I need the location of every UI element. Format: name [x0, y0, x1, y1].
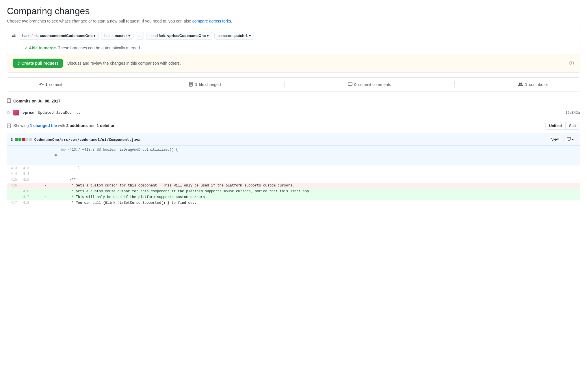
- able-to-merge-label: Able to merge.: [29, 46, 57, 50]
- diff-square-add-1: [15, 138, 18, 141]
- expand-icon: ▾: [572, 137, 574, 141]
- diff-view-toggle: Unified Split: [545, 122, 580, 130]
- file-diff: 3 CodenameOne/src/com/codename1/ui/Compo…: [7, 133, 580, 206]
- svg-rect-17: [567, 137, 571, 140]
- unified-view-button[interactable]: Unified: [546, 122, 566, 129]
- diff-table: ⊞ @@ -413,7 +413,8 @@ boolean isDragAndD…: [7, 146, 580, 206]
- display-mode-button[interactable]: ▾: [564, 136, 576, 143]
- contributor-icon: [518, 82, 523, 87]
- comment-icon: [348, 82, 352, 87]
- avatar: [13, 110, 19, 115]
- checkmark-icon: ✓: [24, 46, 28, 50]
- commits-date-header: Commits on Jul 08, 2017: [7, 96, 580, 105]
- help-icon[interactable]: ⓘ: [569, 60, 574, 66]
- base-branch-dropdown[interactable]: base: master ▾: [101, 32, 133, 40]
- dots-button[interactable]: ...: [136, 32, 144, 40]
- table-row: 416 + * Sets a custom mouse cursor for t…: [7, 188, 580, 194]
- create-pr-banner: ⤴ Create pull request Discuss and review…: [7, 54, 580, 73]
- split-view-button[interactable]: Split: [566, 122, 580, 129]
- table-row: 414 414: [7, 171, 580, 177]
- compare-forks-link[interactable]: compare across forks.: [192, 19, 232, 23]
- commit-author-link[interactable]: vprise: [23, 110, 34, 115]
- commit-message: Updated JavaDoc ...: [38, 111, 562, 115]
- comment-stat: 0 commit comments: [348, 82, 391, 87]
- file-diff-header: 3 CodenameOne/src/com/codename1/ui/Compo…: [7, 133, 580, 146]
- diff-summary-row: Showing 1 changed file with 2 additions …: [7, 122, 580, 130]
- merge-status-row: ✓ Able to merge. These branches can be a…: [7, 46, 580, 50]
- chevron-down-icon: ▾: [249, 33, 251, 38]
- page-subtitle: Choose two branches to see what's change…: [7, 19, 580, 23]
- chevron-down-icon: ▾: [207, 33, 209, 38]
- page-title: Comparing changes: [7, 6, 580, 16]
- commit-icon: [39, 82, 44, 87]
- svg-point-0: [40, 83, 42, 85]
- pr-banner-description: Discuss and review the changes in this c…: [67, 61, 565, 66]
- commit-row: vprise Updated JavaDoc ... 16a843a: [7, 108, 580, 117]
- svg-point-9: [521, 83, 522, 84]
- changed-file-count-link[interactable]: 1 changed file: [30, 123, 57, 128]
- hunk-header-text: @@ -413,7 +413,8 @@ boolean isDragAndDro…: [59, 146, 580, 165]
- table-row: 416 - * Sets a custom cursor for this co…: [7, 183, 580, 188]
- commits-section: Commits on Jul 08, 2017 vprise Updated J…: [7, 96, 580, 117]
- create-pull-request-button[interactable]: ⤴ Create pull request: [13, 59, 63, 68]
- file-icon: [189, 82, 193, 87]
- file-header-left: 3 CodenameOne/src/com/codename1/ui/Compo…: [11, 137, 140, 142]
- view-file-button[interactable]: View: [548, 136, 562, 143]
- expand-hunk-icon[interactable]: ⊞: [55, 154, 57, 158]
- contributor-stat: 1 contributor: [518, 82, 548, 87]
- stats-bar: 1 commit 1 file changed 0 commit comment…: [7, 77, 580, 92]
- table-row: 417 418 * You can call {@link #isSetCurs…: [7, 200, 580, 206]
- file-header-right: View ▾: [548, 136, 576, 143]
- chevron-down-icon: ▾: [128, 33, 130, 38]
- diff-square-neutral-1: [25, 138, 28, 141]
- file-path: CodenameOne/src/com/codename1/ui/Compone…: [34, 137, 140, 142]
- svg-rect-7: [348, 82, 352, 85]
- pr-icon: ⤴: [18, 61, 20, 66]
- file-count-number: 3: [11, 137, 13, 142]
- svg-point-8: [519, 83, 521, 84]
- table-row: 415 415 /**: [7, 177, 580, 183]
- table-row: 417 + * This will only be used if the pl…: [7, 194, 580, 200]
- head-fork-dropdown[interactable]: head fork: vprise/CodenameOne ▾: [146, 32, 212, 40]
- commit-sha: 16a843a: [565, 111, 580, 115]
- base-fork-dropdown[interactable]: base fork: codenameone/CodenameOne ▾: [19, 32, 99, 40]
- commit-stat: 1 commit: [39, 82, 62, 87]
- commits-date-icon: [7, 98, 11, 104]
- monitor-icon: [567, 137, 571, 142]
- diff-summary-text: Showing 1 changed file with 2 additions …: [7, 123, 118, 128]
- commit-node-icon: [7, 111, 10, 114]
- branch-bar: ⇄ base fork: codenameone/CodenameOne ▾ b…: [7, 28, 580, 43]
- diff-square-neutral-2: [29, 138, 32, 141]
- file-changed-stat: 1 file changed: [189, 82, 221, 87]
- compare-arrows-icon: ⇄: [12, 33, 16, 38]
- table-row: 413 413 }: [7, 165, 580, 171]
- diff-square-add-2: [18, 138, 21, 141]
- merge-description: These branches can be automatically merg…: [58, 46, 141, 50]
- chevron-down-icon: ▾: [94, 33, 96, 38]
- compare-branch-dropdown[interactable]: compare: patch-1 ▾: [214, 32, 254, 40]
- svg-rect-10: [7, 99, 11, 102]
- diff-hunk-header: ⊞ @@ -413,7 +413,8 @@ boolean isDragAndD…: [7, 146, 580, 165]
- diff-squares: [15, 138, 32, 141]
- diff-square-del: [22, 138, 25, 141]
